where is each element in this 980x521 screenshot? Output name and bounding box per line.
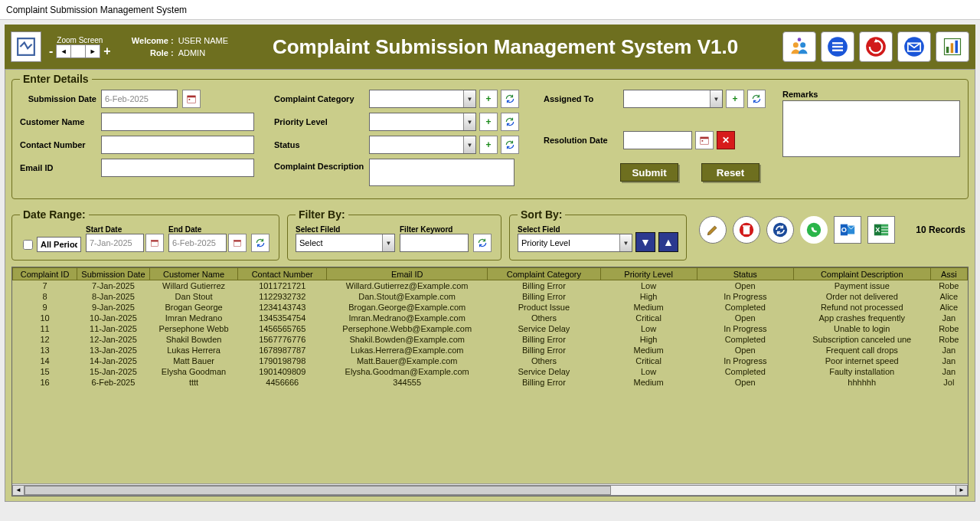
table-row[interactable]: 1111-Jan-2025Persephone Webb1456565765Pe… [13, 323, 968, 334]
assigned-refresh-button[interactable] [747, 90, 766, 108]
resolution-clear-button[interactable]: ✕ [717, 131, 735, 149]
all-period-checkbox[interactable] [23, 240, 33, 250]
filterby-refresh-button[interactable] [473, 234, 492, 252]
mail-icon[interactable] [897, 31, 931, 62]
refresh-tool-button[interactable] [766, 216, 794, 244]
svg-point-29 [807, 223, 821, 237]
table-row[interactable]: 99-Jan-2025Brogan George1234143743Brogan… [13, 302, 968, 313]
submission-date-input[interactable] [101, 90, 178, 108]
status-refresh-button[interactable] [501, 136, 519, 154]
column-header[interactable]: Status [697, 268, 793, 280]
svg-rect-5 [832, 42, 843, 44]
svg-rect-16 [188, 96, 196, 97]
column-header[interactable]: Complaint Description [793, 268, 930, 280]
edit-button[interactable] [699, 216, 727, 244]
category-combo[interactable] [369, 90, 476, 108]
customer-name-input[interactable] [101, 113, 254, 131]
contact-number-input[interactable] [101, 136, 254, 154]
column-header[interactable]: Complaint Category [488, 268, 600, 280]
table-row[interactable]: 88-Jan-2025Dan Stout1122932732Dan.Stout@… [13, 291, 968, 302]
submit-button[interactable]: Submit [620, 163, 678, 182]
assigned-label: Assigned To [544, 94, 620, 103]
svg-rect-20 [702, 140, 704, 142]
daterange-fieldset: Date Range: Start Date [11, 208, 279, 260]
priority-refresh-button[interactable] [501, 113, 519, 131]
outlook-button[interactable]: O [834, 216, 861, 244]
filterby-selectfield-combo[interactable] [296, 234, 395, 252]
priority-add-button[interactable]: + [479, 113, 498, 131]
priority-combo[interactable] [369, 113, 476, 131]
chevron-down-icon: ▼ [463, 113, 475, 130]
startdate-label: Start Date [86, 225, 164, 234]
category-refresh-button[interactable] [501, 90, 519, 108]
table-row[interactable]: 1515-Jan-2025Elysha Goodman1901409809Ely… [13, 366, 968, 377]
submission-date-calendar-icon[interactable] [182, 90, 201, 108]
scroll-right-icon[interactable]: ► [956, 485, 968, 496]
horizontal-scrollbar[interactable]: ◄ ► [12, 483, 968, 496]
zoom-slider[interactable]: ◄ ► [56, 44, 100, 58]
submission-date-label: Submission Date [20, 94, 96, 103]
scroll-thumb[interactable] [24, 486, 611, 495]
reset-button[interactable]: Reset [701, 163, 760, 182]
excel-button[interactable]: X [867, 216, 895, 244]
resolution-calendar-icon[interactable] [695, 131, 714, 149]
sort-asc-button[interactable]: ▲ [658, 232, 678, 252]
delete-button[interactable] [733, 216, 760, 244]
svg-point-1 [793, 42, 799, 48]
svg-rect-21 [152, 241, 158, 247]
zoom-minus[interactable]: - [49, 44, 53, 58]
category-add-button[interactable]: + [479, 90, 498, 108]
records-count: 10 Records [916, 224, 965, 235]
filterby-keyword-input[interactable] [400, 234, 469, 252]
status-label: Status [274, 140, 366, 149]
startdate-input[interactable] [86, 234, 144, 252]
assigned-add-button[interactable]: + [726, 90, 744, 108]
filterby-legend: Filter By: [296, 208, 348, 221]
data-grid[interactable]: Complaint IDSubmission DateCustomer Name… [12, 267, 968, 388]
column-header[interactable]: Complaint ID [13, 268, 77, 280]
table-row[interactable]: 1313-Jan-2025Lukas Herrera1678987787Luka… [13, 345, 968, 356]
column-header[interactable]: Submission Date [77, 268, 150, 280]
column-header[interactable]: Priority Level [600, 268, 697, 280]
sortby-legend: Sort By: [518, 208, 565, 221]
column-header[interactable]: Customer Name [149, 268, 238, 280]
chevron-down-icon: ▼ [619, 234, 632, 251]
chart-icon[interactable] [936, 31, 969, 62]
resolution-date-input[interactable] [623, 131, 692, 149]
svg-rect-30 [841, 224, 848, 236]
startdate-calendar-icon[interactable] [145, 234, 164, 252]
enter-details-legend: Enter Details [20, 73, 92, 85]
sortby-selectfield-combo[interactable] [518, 234, 632, 252]
chevron-down-icon: ▼ [710, 90, 722, 107]
daterange-refresh-button[interactable] [251, 234, 270, 252]
column-header[interactable]: Assi [930, 268, 967, 280]
table-row[interactable]: 1212-Jan-2025Shakil Bowden1567776776Shak… [13, 334, 968, 345]
team-icon[interactable] [782, 31, 816, 62]
list-icon[interactable] [821, 31, 854, 62]
whatsapp-button[interactable] [800, 216, 828, 244]
sort-desc-button[interactable]: ▼ [635, 232, 655, 252]
svg-point-3 [798, 38, 802, 41]
remarks-textarea[interactable] [782, 100, 960, 157]
email-input[interactable] [101, 159, 254, 177]
table-row[interactable]: 77-Jan-2025Willard Gutierrez1011721721Wi… [13, 280, 968, 291]
status-combo[interactable] [369, 136, 476, 154]
video-icon[interactable] [859, 31, 893, 62]
status-add-button[interactable]: + [479, 136, 498, 154]
remarks-label: Remarks [782, 90, 818, 99]
scroll-left-icon[interactable]: ◄ [12, 485, 24, 496]
zoom-plus[interactable]: + [103, 44, 110, 58]
svg-rect-10 [908, 43, 920, 51]
column-header[interactable]: Email ID [327, 268, 488, 280]
column-header[interactable]: Contact Number [238, 268, 327, 280]
enddate-calendar-icon[interactable] [228, 234, 247, 252]
assigned-combo[interactable] [623, 90, 723, 108]
enddate-input[interactable] [168, 234, 227, 252]
svg-point-2 [800, 42, 805, 48]
description-textarea[interactable] [369, 159, 514, 186]
priority-label: Priority Level [274, 117, 366, 126]
table-row[interactable]: 1010-Jan-2025Imran Medrano1345354754Imra… [13, 313, 968, 323]
table-row[interactable]: 166-Feb-2025tttt4456666344555Billing Err… [13, 377, 968, 388]
table-row[interactable]: 1414-Jan-2025Matt Bauer1790198798Matt.Ba… [13, 356, 968, 366]
zoom-left-icon: ◄ [57, 45, 71, 57]
